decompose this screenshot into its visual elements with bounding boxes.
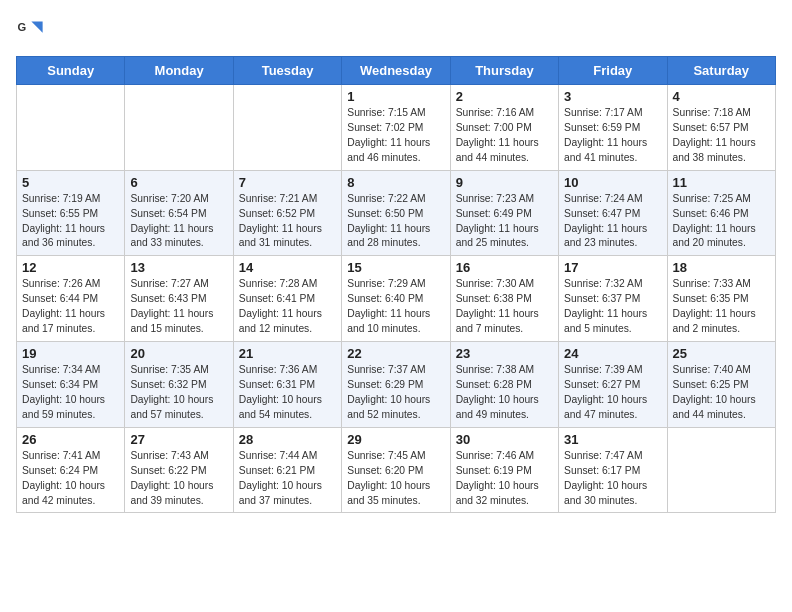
calendar-cell: 24Sunrise: 7:39 AM Sunset: 6:27 PM Dayli… xyxy=(559,342,667,428)
day-number: 10 xyxy=(564,175,661,190)
day-number: 6 xyxy=(130,175,227,190)
page-header: G xyxy=(16,16,776,44)
calendar-cell: 15Sunrise: 7:29 AM Sunset: 6:40 PM Dayli… xyxy=(342,256,450,342)
calendar-week-row: 26Sunrise: 7:41 AM Sunset: 6:24 PM Dayli… xyxy=(17,427,776,513)
day-number: 13 xyxy=(130,260,227,275)
day-info: Sunrise: 7:17 AM Sunset: 6:59 PM Dayligh… xyxy=(564,106,661,166)
calendar-cell: 12Sunrise: 7:26 AM Sunset: 6:44 PM Dayli… xyxy=(17,256,125,342)
day-info: Sunrise: 7:26 AM Sunset: 6:44 PM Dayligh… xyxy=(22,277,119,337)
day-number: 31 xyxy=(564,432,661,447)
calendar-week-row: 19Sunrise: 7:34 AM Sunset: 6:34 PM Dayli… xyxy=(17,342,776,428)
calendar-cell: 16Sunrise: 7:30 AM Sunset: 6:38 PM Dayli… xyxy=(450,256,558,342)
calendar-table: SundayMondayTuesdayWednesdayThursdayFrid… xyxy=(16,56,776,513)
weekday-header-row: SundayMondayTuesdayWednesdayThursdayFrid… xyxy=(17,57,776,85)
day-info: Sunrise: 7:22 AM Sunset: 6:50 PM Dayligh… xyxy=(347,192,444,252)
day-info: Sunrise: 7:30 AM Sunset: 6:38 PM Dayligh… xyxy=(456,277,553,337)
calendar-cell: 25Sunrise: 7:40 AM Sunset: 6:25 PM Dayli… xyxy=(667,342,775,428)
day-info: Sunrise: 7:24 AM Sunset: 6:47 PM Dayligh… xyxy=(564,192,661,252)
day-number: 25 xyxy=(673,346,770,361)
day-number: 9 xyxy=(456,175,553,190)
day-number: 28 xyxy=(239,432,336,447)
calendar-cell: 4Sunrise: 7:18 AM Sunset: 6:57 PM Daylig… xyxy=(667,85,775,171)
day-info: Sunrise: 7:36 AM Sunset: 6:31 PM Dayligh… xyxy=(239,363,336,423)
calendar-cell: 21Sunrise: 7:36 AM Sunset: 6:31 PM Dayli… xyxy=(233,342,341,428)
calendar-cell xyxy=(233,85,341,171)
day-info: Sunrise: 7:43 AM Sunset: 6:22 PM Dayligh… xyxy=(130,449,227,509)
svg-marker-1 xyxy=(31,22,42,33)
day-number: 14 xyxy=(239,260,336,275)
day-info: Sunrise: 7:29 AM Sunset: 6:40 PM Dayligh… xyxy=(347,277,444,337)
calendar-cell: 6Sunrise: 7:20 AM Sunset: 6:54 PM Daylig… xyxy=(125,170,233,256)
day-info: Sunrise: 7:33 AM Sunset: 6:35 PM Dayligh… xyxy=(673,277,770,337)
day-number: 20 xyxy=(130,346,227,361)
calendar-cell: 2Sunrise: 7:16 AM Sunset: 7:00 PM Daylig… xyxy=(450,85,558,171)
day-info: Sunrise: 7:20 AM Sunset: 6:54 PM Dayligh… xyxy=(130,192,227,252)
calendar-cell: 8Sunrise: 7:22 AM Sunset: 6:50 PM Daylig… xyxy=(342,170,450,256)
weekday-header-wednesday: Wednesday xyxy=(342,57,450,85)
day-number: 22 xyxy=(347,346,444,361)
weekday-header-monday: Monday xyxy=(125,57,233,85)
day-info: Sunrise: 7:21 AM Sunset: 6:52 PM Dayligh… xyxy=(239,192,336,252)
day-number: 24 xyxy=(564,346,661,361)
day-number: 23 xyxy=(456,346,553,361)
calendar-cell: 22Sunrise: 7:37 AM Sunset: 6:29 PM Dayli… xyxy=(342,342,450,428)
day-number: 8 xyxy=(347,175,444,190)
calendar-cell: 10Sunrise: 7:24 AM Sunset: 6:47 PM Dayli… xyxy=(559,170,667,256)
day-number: 21 xyxy=(239,346,336,361)
day-number: 15 xyxy=(347,260,444,275)
weekday-header-thursday: Thursday xyxy=(450,57,558,85)
calendar-cell: 31Sunrise: 7:47 AM Sunset: 6:17 PM Dayli… xyxy=(559,427,667,513)
day-number: 7 xyxy=(239,175,336,190)
day-info: Sunrise: 7:19 AM Sunset: 6:55 PM Dayligh… xyxy=(22,192,119,252)
calendar-cell: 9Sunrise: 7:23 AM Sunset: 6:49 PM Daylig… xyxy=(450,170,558,256)
day-info: Sunrise: 7:46 AM Sunset: 6:19 PM Dayligh… xyxy=(456,449,553,509)
day-info: Sunrise: 7:37 AM Sunset: 6:29 PM Dayligh… xyxy=(347,363,444,423)
calendar-cell: 7Sunrise: 7:21 AM Sunset: 6:52 PM Daylig… xyxy=(233,170,341,256)
day-info: Sunrise: 7:38 AM Sunset: 6:28 PM Dayligh… xyxy=(456,363,553,423)
day-info: Sunrise: 7:27 AM Sunset: 6:43 PM Dayligh… xyxy=(130,277,227,337)
calendar-cell: 14Sunrise: 7:28 AM Sunset: 6:41 PM Dayli… xyxy=(233,256,341,342)
day-info: Sunrise: 7:45 AM Sunset: 6:20 PM Dayligh… xyxy=(347,449,444,509)
calendar-cell: 11Sunrise: 7:25 AM Sunset: 6:46 PM Dayli… xyxy=(667,170,775,256)
calendar-cell: 19Sunrise: 7:34 AM Sunset: 6:34 PM Dayli… xyxy=(17,342,125,428)
day-info: Sunrise: 7:39 AM Sunset: 6:27 PM Dayligh… xyxy=(564,363,661,423)
calendar-cell: 1Sunrise: 7:15 AM Sunset: 7:02 PM Daylig… xyxy=(342,85,450,171)
day-info: Sunrise: 7:23 AM Sunset: 6:49 PM Dayligh… xyxy=(456,192,553,252)
calendar-cell: 17Sunrise: 7:32 AM Sunset: 6:37 PM Dayli… xyxy=(559,256,667,342)
weekday-header-saturday: Saturday xyxy=(667,57,775,85)
calendar-cell: 3Sunrise: 7:17 AM Sunset: 6:59 PM Daylig… xyxy=(559,85,667,171)
calendar-cell: 26Sunrise: 7:41 AM Sunset: 6:24 PM Dayli… xyxy=(17,427,125,513)
day-info: Sunrise: 7:32 AM Sunset: 6:37 PM Dayligh… xyxy=(564,277,661,337)
day-info: Sunrise: 7:16 AM Sunset: 7:00 PM Dayligh… xyxy=(456,106,553,166)
day-number: 12 xyxy=(22,260,119,275)
calendar-cell xyxy=(125,85,233,171)
calendar-cell xyxy=(667,427,775,513)
calendar-cell: 27Sunrise: 7:43 AM Sunset: 6:22 PM Dayli… xyxy=(125,427,233,513)
day-number: 26 xyxy=(22,432,119,447)
day-number: 3 xyxy=(564,89,661,104)
day-number: 1 xyxy=(347,89,444,104)
weekday-header-tuesday: Tuesday xyxy=(233,57,341,85)
day-number: 17 xyxy=(564,260,661,275)
day-number: 11 xyxy=(673,175,770,190)
calendar-cell: 30Sunrise: 7:46 AM Sunset: 6:19 PM Dayli… xyxy=(450,427,558,513)
day-number: 5 xyxy=(22,175,119,190)
logo: G xyxy=(16,16,48,44)
day-info: Sunrise: 7:15 AM Sunset: 7:02 PM Dayligh… xyxy=(347,106,444,166)
day-number: 18 xyxy=(673,260,770,275)
calendar-cell: 13Sunrise: 7:27 AM Sunset: 6:43 PM Dayli… xyxy=(125,256,233,342)
day-number: 2 xyxy=(456,89,553,104)
calendar-week-row: 5Sunrise: 7:19 AM Sunset: 6:55 PM Daylig… xyxy=(17,170,776,256)
day-info: Sunrise: 7:28 AM Sunset: 6:41 PM Dayligh… xyxy=(239,277,336,337)
day-info: Sunrise: 7:25 AM Sunset: 6:46 PM Dayligh… xyxy=(673,192,770,252)
calendar-week-row: 12Sunrise: 7:26 AM Sunset: 6:44 PM Dayli… xyxy=(17,256,776,342)
svg-text:G: G xyxy=(17,21,26,33)
calendar-cell: 20Sunrise: 7:35 AM Sunset: 6:32 PM Dayli… xyxy=(125,342,233,428)
day-info: Sunrise: 7:40 AM Sunset: 6:25 PM Dayligh… xyxy=(673,363,770,423)
calendar-cell: 28Sunrise: 7:44 AM Sunset: 6:21 PM Dayli… xyxy=(233,427,341,513)
day-number: 30 xyxy=(456,432,553,447)
calendar-cell: 5Sunrise: 7:19 AM Sunset: 6:55 PM Daylig… xyxy=(17,170,125,256)
weekday-header-friday: Friday xyxy=(559,57,667,85)
day-info: Sunrise: 7:41 AM Sunset: 6:24 PM Dayligh… xyxy=(22,449,119,509)
day-info: Sunrise: 7:47 AM Sunset: 6:17 PM Dayligh… xyxy=(564,449,661,509)
